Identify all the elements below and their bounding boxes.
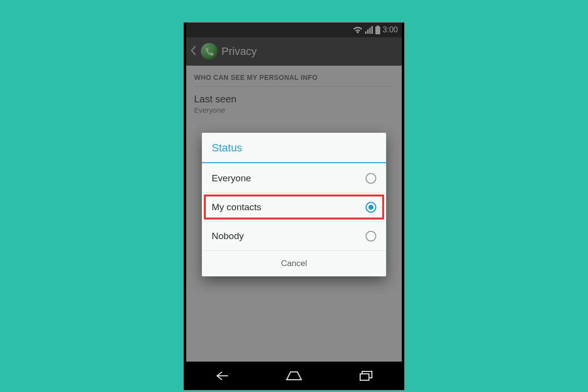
option-label: My contacts: [212, 202, 261, 213]
radio-icon: [366, 173, 376, 184]
nav-home-button[interactable]: [274, 366, 314, 386]
phone-frame: 3:00 Privacy WHO CAN SEE MY PERSONAL INF…: [183, 22, 405, 391]
option-nobody[interactable]: Nobody: [202, 221, 386, 250]
dialog-options: Everyone My contacts Nobody: [202, 164, 386, 250]
radio-icon: [366, 202, 376, 213]
radio-icon: [366, 231, 376, 242]
nav-bar: [186, 362, 402, 390]
option-my-contacts[interactable]: My contacts: [202, 193, 386, 221]
status-dialog: Status Everyone My contacts Nobody: [202, 133, 386, 276]
dialog-divider: [202, 162, 386, 163]
nav-recent-button[interactable]: [346, 366, 386, 386]
option-label: Nobody: [212, 231, 244, 242]
option-everyone[interactable]: Everyone: [202, 164, 386, 193]
dialog-title: Status: [202, 133, 386, 162]
svg-rect-0: [360, 374, 369, 380]
cancel-button[interactable]: Cancel: [202, 250, 386, 276]
option-label: Everyone: [212, 173, 251, 184]
nav-back-button[interactable]: [202, 366, 242, 386]
stage: 3:00 Privacy WHO CAN SEE MY PERSONAL INF…: [0, 0, 588, 392]
phone-screen: 3:00 Privacy WHO CAN SEE MY PERSONAL INF…: [186, 23, 402, 390]
